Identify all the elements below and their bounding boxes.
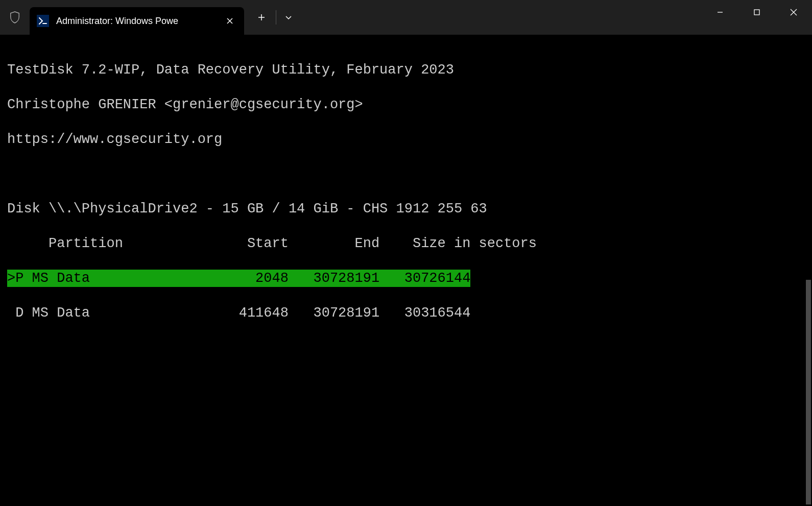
tabbar-divider — [276, 10, 276, 25]
terminal-line — [7, 165, 805, 183]
terminal-line: Partition Start End Size in sectors — [7, 235, 805, 252]
minimize-button[interactable] — [702, 0, 738, 25]
tab-title: Administrator: Windows Powe — [56, 16, 217, 27]
terminal-line: Disk \\.\PhysicalDrive2 - 15 GB / 14 GiB… — [7, 200, 805, 218]
titlebar: Administrator: Windows Powe — [0, 0, 812, 35]
terminal-line: https://www.cgsecurity.org — [7, 131, 805, 148]
terminal-line — [7, 339, 805, 356]
terminal-line — [7, 408, 805, 426]
svg-rect-0 — [754, 10, 759, 15]
new-tab-button[interactable] — [249, 5, 274, 30]
terminal-line: Christophe GRENIER <grenier@cgsecurity.o… — [7, 96, 805, 113]
scrollbar-thumb[interactable] — [806, 280, 811, 504]
terminal-line — [7, 478, 805, 495]
close-window-button[interactable] — [775, 0, 812, 25]
terminal-line — [7, 443, 805, 461]
powershell-icon — [37, 15, 49, 27]
active-tab[interactable]: Administrator: Windows Powe — [30, 7, 244, 35]
terminal-line — [7, 374, 805, 391]
tab-close-button[interactable] — [224, 15, 236, 27]
partition-row-selected[interactable]: >P MS Data 2048 30728191 30726144 — [7, 270, 805, 287]
tab-dropdown-button[interactable] — [278, 5, 299, 30]
partition-row[interactable]: D MS Data 411648 30728191 30316544 — [7, 304, 805, 322]
window-controls — [702, 0, 812, 25]
admin-shield-icon — [0, 11, 30, 24]
terminal-line: TestDisk 7.2-WIP, Data Recovery Utility,… — [7, 61, 805, 79]
terminal-content[interactable]: TestDisk 7.2-WIP, Data Recovery Utility,… — [0, 35, 812, 506]
maximize-button[interactable] — [738, 0, 775, 25]
